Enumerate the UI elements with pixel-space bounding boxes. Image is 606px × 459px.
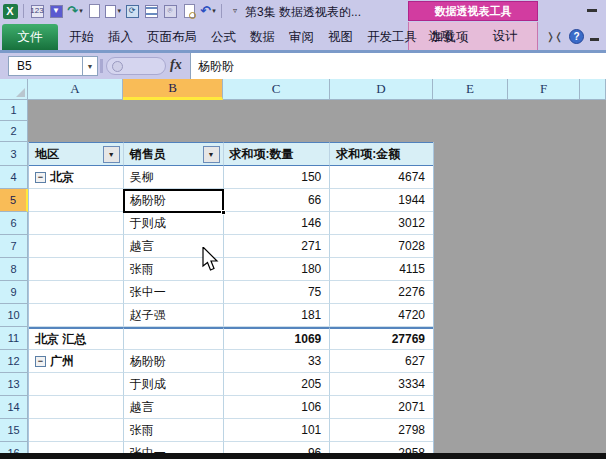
redo-icon[interactable]: ↷▾ <box>67 3 83 19</box>
row-header-5[interactable]: 5 <box>0 189 28 212</box>
find-icon[interactable]: ⌾ <box>162 3 178 19</box>
help-button[interactable]: ? <box>569 29 584 44</box>
workbook-minimize-button[interactable] <box>590 31 602 41</box>
region-cell[interactable]: 北京 汇总 <box>29 327 124 350</box>
pivot-table-icon[interactable] <box>143 3 159 19</box>
minimize-button[interactable] <box>584 4 600 16</box>
formula-input[interactable]: 杨盼盼 <box>190 53 606 79</box>
tab-7[interactable]: 视图 <box>321 24 360 50</box>
qty-cell[interactable]: 180 <box>224 258 331 281</box>
new-document-icon[interactable] <box>86 3 102 19</box>
row-header-7[interactable]: 7 <box>0 235 28 258</box>
name-box[interactable]: B5 <box>8 56 82 76</box>
region-cell[interactable] <box>29 281 124 304</box>
amount-cell[interactable]: 3012 <box>330 212 433 235</box>
formula-bar-splitter[interactable] <box>100 59 103 73</box>
pivot-header-cell[interactable]: 销售员▼ <box>124 142 224 166</box>
column-header-A[interactable]: A <box>28 79 123 100</box>
pivot-header-cell[interactable]: 地区▼ <box>29 142 124 166</box>
column-header-partial[interactable] <box>580 79 606 100</box>
save-icon[interactable]: ▼ <box>48 3 64 19</box>
row-header-9[interactable]: 9 <box>0 281 28 304</box>
selected-cell-outline[interactable] <box>123 189 224 213</box>
print-preview-icon[interactable] <box>181 3 197 19</box>
row-header-14[interactable]: 14 <box>0 396 28 419</box>
collapse-ribbon-icon[interactable]: ❭❬ <box>546 31 563 42</box>
qty-cell[interactable]: 181 <box>224 304 331 327</box>
region-cell[interactable]: −北京 <box>29 166 124 189</box>
row-header-6[interactable]: 6 <box>0 212 28 235</box>
amount-cell[interactable]: 2798 <box>330 419 433 442</box>
tab-5[interactable]: 数据 <box>243 24 282 50</box>
seller-cell[interactable]: 越言 <box>124 396 224 419</box>
amount-cell[interactable]: 2276 <box>330 281 433 304</box>
column-header-C[interactable]: C <box>223 79 330 100</box>
region-cell[interactable] <box>29 235 124 258</box>
region-cell[interactable] <box>29 258 124 281</box>
seller-cell[interactable] <box>124 327 224 350</box>
amount-cell[interactable]: 4674 <box>330 166 433 189</box>
undo-icon[interactable]: ↶▾ <box>200 3 216 19</box>
row-header-3[interactable]: 3 <box>0 142 28 166</box>
amount-cell[interactable]: 27769 <box>330 327 433 350</box>
tab-file[interactable]: 文件 <box>2 24 58 50</box>
row-header-1[interactable]: 1 <box>0 100 28 121</box>
qty-cell[interactable]: 150 <box>224 166 331 189</box>
pivot-header-cell[interactable]: 求和项:数量 <box>224 142 331 166</box>
pivot-header-cell[interactable]: 求和项:金额 <box>330 142 433 166</box>
row-header-12[interactable]: 12 <box>0 350 28 373</box>
row-header-4[interactable]: 4 <box>0 166 28 189</box>
row-header-15[interactable]: 15 <box>0 419 28 442</box>
row-header-8[interactable]: 8 <box>0 258 28 281</box>
qty-cell[interactable]: 106 <box>224 396 331 419</box>
row-header-11[interactable]: 11 <box>0 327 28 350</box>
seller-cell[interactable]: 吴柳 <box>124 166 224 189</box>
row-header-2[interactable]: 2 <box>0 121 28 142</box>
column-header-D[interactable]: D <box>330 79 433 100</box>
column-header-F[interactable]: F <box>508 79 580 100</box>
amount-cell[interactable]: 4115 <box>330 258 433 281</box>
tab-9[interactable]: 加载项 <box>424 24 476 50</box>
column-header-E[interactable]: E <box>433 79 508 100</box>
collapse-button[interactable]: − <box>35 172 46 183</box>
region-cell[interactable] <box>29 189 124 212</box>
region-cell[interactable] <box>29 304 124 327</box>
seller-cell[interactable]: 张雨 <box>124 419 224 442</box>
seller-cell[interactable]: 赵子强 <box>124 304 224 327</box>
select-all-corner[interactable] <box>0 79 28 100</box>
insert-function-icon[interactable]: fx <box>170 57 182 73</box>
seller-cell[interactable]: 于则成 <box>124 373 224 396</box>
amount-cell[interactable]: 1944 <box>330 189 433 212</box>
tab-8[interactable]: 开发工具 <box>360 24 424 50</box>
region-cell[interactable] <box>29 212 124 235</box>
region-cell[interactable] <box>29 419 124 442</box>
qty-cell[interactable]: 75 <box>224 281 331 304</box>
filter-dropdown-icon[interactable]: ▼ <box>203 146 220 163</box>
amount-cell[interactable]: 4720 <box>330 304 433 327</box>
name-box-dropdown-icon[interactable]: ▼ <box>82 56 98 76</box>
qty-cell[interactable]: 271 <box>224 235 331 258</box>
qty-cell[interactable]: 33 <box>224 350 331 373</box>
amount-cell[interactable]: 3334 <box>330 373 433 396</box>
contextual-tab-2[interactable]: 设计 <box>487 28 524 45</box>
seller-cell[interactable]: 于则成 <box>124 212 224 235</box>
row-header-13[interactable]: 13 <box>0 373 28 396</box>
tab-1[interactable]: 开始 <box>62 24 101 50</box>
qty-cell[interactable]: 146 <box>224 212 331 235</box>
fill-handle[interactable] <box>221 210 226 215</box>
more-commands-icon[interactable]: ▿ <box>227 3 243 19</box>
column-header-B[interactable]: B <box>123 79 223 100</box>
amount-cell[interactable]: 7028 <box>330 235 433 258</box>
calculator-icon[interactable]: 123 <box>29 3 45 19</box>
tab-6[interactable]: 审阅 <box>282 24 321 50</box>
qty-cell[interactable]: 101 <box>224 419 331 442</box>
qty-cell[interactable]: 205 <box>224 373 331 396</box>
region-cell[interactable] <box>29 396 124 419</box>
region-cell[interactable]: −广州 <box>29 350 124 373</box>
shape-icon[interactable]: ▾ <box>105 3 121 19</box>
qty-cell[interactable]: 1069 <box>224 327 331 350</box>
collapse-button[interactable]: − <box>35 356 46 367</box>
amount-cell[interactable]: 2071 <box>330 396 433 419</box>
tab-2[interactable]: 插入 <box>101 24 140 50</box>
seller-cell[interactable]: 张中一 <box>124 281 224 304</box>
